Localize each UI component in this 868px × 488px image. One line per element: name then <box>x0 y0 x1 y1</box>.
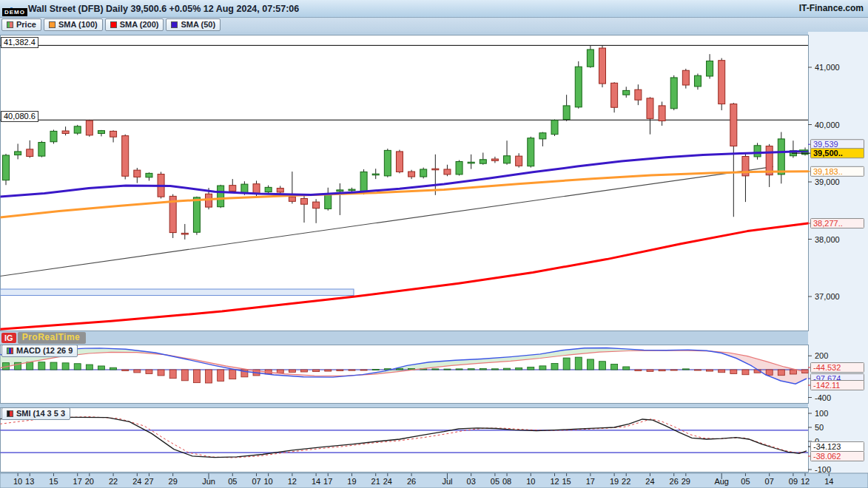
candle-jun-5 <box>229 186 236 192</box>
svg-text:22: 22 <box>109 477 118 486</box>
smi-indicator-chip[interactable]: SMI (14 3 5 3 <box>1 407 70 420</box>
candle-may-9 <box>3 155 10 180</box>
candle-jul-8 <box>504 156 511 163</box>
candle-jul-2 <box>456 161 462 174</box>
svg-text:38,277..: 38,277.. <box>813 219 843 228</box>
svg-text:Aug: Aug <box>714 477 729 486</box>
svg-text:29: 29 <box>682 477 690 486</box>
svg-text:14: 14 <box>824 477 833 486</box>
candle-jul-25 <box>659 106 665 121</box>
candle-jun-14 <box>313 202 320 209</box>
svg-text:200: 200 <box>815 351 828 360</box>
candle-jun-6 <box>241 184 248 193</box>
candle-jun-19 <box>349 189 355 191</box>
price-level-label-41382[interactable]: 41,382.4 <box>1 37 38 48</box>
svg-text:05: 05 <box>491 477 499 486</box>
svg-text:17: 17 <box>323 477 332 486</box>
svg-text:07: 07 <box>252 477 260 486</box>
candle-jul-3 <box>468 162 474 163</box>
candle-may-24 <box>134 170 141 177</box>
candle-jun-21 <box>372 174 379 175</box>
svg-text:Jun: Jun <box>202 477 215 486</box>
candle-jun-20 <box>360 172 367 193</box>
svg-text:50: 50 <box>815 423 824 432</box>
candle-jun-10 <box>265 187 272 192</box>
prorealtime-logo: ProRealTime <box>18 332 87 344</box>
svg-text:39,500..: 39,500.. <box>813 149 843 157</box>
candle-aug-1 <box>719 61 725 104</box>
candle-jul-31 <box>707 61 713 76</box>
svg-text:-100: -100 <box>815 465 831 474</box>
candle-jul-15 <box>563 106 570 120</box>
candle-jul-10 <box>528 138 534 166</box>
candle-jul-19 <box>611 83 618 107</box>
candle-jun-17 <box>325 194 332 209</box>
candle-may-15 <box>50 131 57 141</box>
svg-text:05: 05 <box>741 477 750 486</box>
svg-text:-38.062: -38.062 <box>813 452 841 461</box>
ig-logo: IG <box>1 333 16 343</box>
candle-may-21 <box>98 131 104 134</box>
candle-jul-4 <box>480 160 486 163</box>
svg-text:12: 12 <box>550 477 559 486</box>
candle-aug-6 <box>754 146 761 157</box>
svg-text:-400: -400 <box>815 393 831 402</box>
svg-text:12: 12 <box>288 477 297 486</box>
svg-text:37,000: 37,000 <box>815 292 840 301</box>
candle-jun-27 <box>420 169 427 177</box>
candle-jun-28 <box>432 169 439 170</box>
svg-text:10: 10 <box>13 477 22 486</box>
svg-text:21: 21 <box>371 477 380 486</box>
svg-text:03: 03 <box>467 477 476 486</box>
candle-jun-13 <box>301 198 308 204</box>
candle-jul-22 <box>623 90 630 95</box>
svg-text:40,000: 40,000 <box>815 121 840 129</box>
ig-prorealtime-logo[interactable]: IG ProRealTime <box>1 332 86 344</box>
svg-text:12: 12 <box>801 477 810 486</box>
candle-jul-29 <box>682 70 689 85</box>
price-level-label-40080[interactable]: 40,080.6 <box>1 111 38 122</box>
svg-text:19: 19 <box>347 477 356 486</box>
candle-jul-17 <box>587 50 593 67</box>
svg-text:29: 29 <box>169 477 178 486</box>
candle-jul-24 <box>647 98 653 119</box>
svg-text:05: 05 <box>228 477 237 486</box>
candle-jun-24 <box>384 150 391 175</box>
svg-text:17: 17 <box>586 477 595 486</box>
svg-text:100: 100 <box>815 409 828 418</box>
candle-jul-18 <box>599 48 606 84</box>
candle-jul-16 <box>575 67 582 107</box>
candle-jul-11 <box>539 133 546 139</box>
candle-jul-12 <box>551 121 558 135</box>
candle-may-10 <box>15 152 21 155</box>
candle-may-13 <box>27 149 33 157</box>
svg-text:39,000: 39,000 <box>815 177 840 186</box>
candle-may-23 <box>122 136 129 177</box>
svg-text:24: 24 <box>645 477 654 486</box>
svg-text:19: 19 <box>610 477 619 486</box>
svg-text:15: 15 <box>562 477 571 486</box>
macd-icon <box>7 348 13 354</box>
candle-may-31 <box>193 197 200 232</box>
candle-jun-4 <box>218 186 224 207</box>
candle-jul-9 <box>516 156 522 166</box>
svg-text:-142.11: -142.11 <box>813 381 841 390</box>
candle-may-20 <box>86 121 92 135</box>
candle-jun-18 <box>337 190 343 192</box>
candle-may-27 <box>146 173 152 177</box>
svg-text:39,183..: 39,183.. <box>813 167 843 176</box>
svg-text:22: 22 <box>622 477 630 486</box>
candle-jul-23 <box>635 89 642 100</box>
smi-icon <box>7 410 13 417</box>
svg-text:39,539: 39,539 <box>813 140 838 149</box>
svg-text:10: 10 <box>264 477 273 486</box>
svg-text:-34.123: -34.123 <box>813 442 841 451</box>
macd-label: MACD (12 26 9 <box>16 345 73 356</box>
candle-jul-5 <box>491 159 498 160</box>
svg-text:-44.532: -44.532 <box>813 363 841 372</box>
svg-text:26: 26 <box>407 477 416 486</box>
svg-text:10: 10 <box>526 477 535 486</box>
macd-indicator-chip[interactable]: MACD (12 26 9 <box>1 345 78 357</box>
candle-may-14 <box>38 143 45 157</box>
svg-text:24: 24 <box>383 477 392 486</box>
